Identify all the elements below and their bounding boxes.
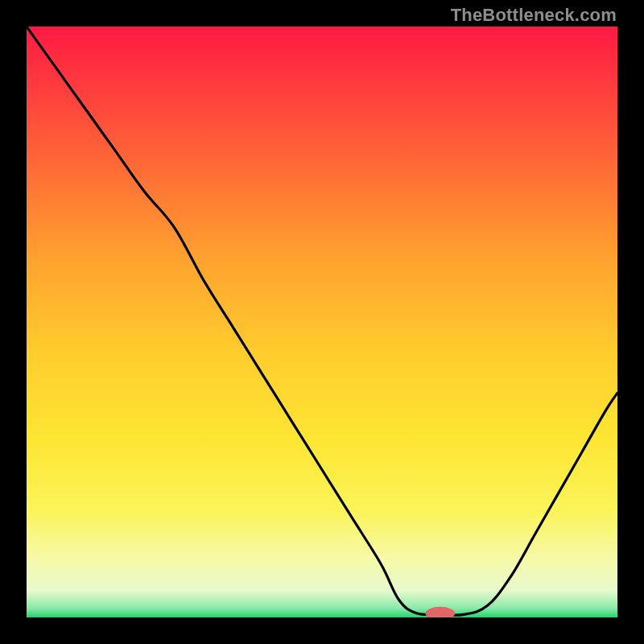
plot-area	[27, 27, 617, 617]
bottleneck-chart	[27, 27, 617, 617]
chart-frame: TheBottleneck.com	[0, 0, 644, 644]
gradient-background	[27, 27, 617, 617]
watermark-text: TheBottleneck.com	[451, 5, 617, 26]
